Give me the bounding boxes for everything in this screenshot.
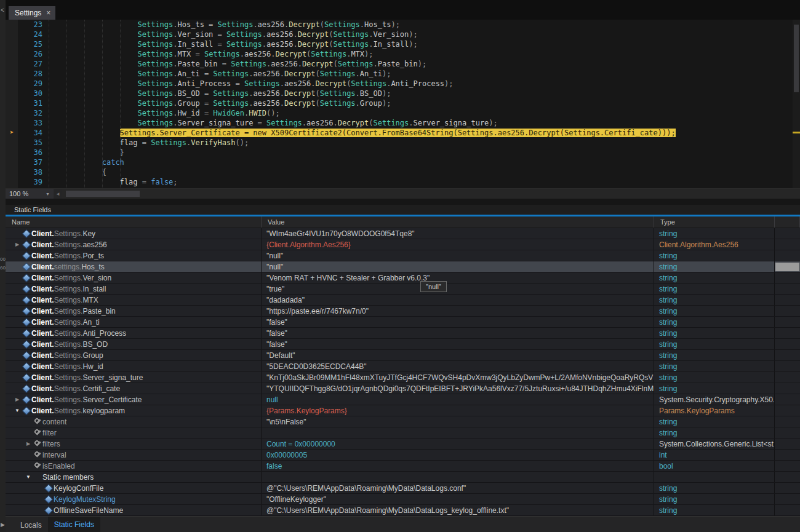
breakpoint-gutter[interactable] [6, 177, 18, 187]
table-row[interactable]: KeylogConfFile@"C:\Users\REM\AppData\Roa… [6, 483, 800, 494]
collapse-chevron-icon[interactable]: < [1, 7, 4, 14]
grid-scrollbar-column[interactable] [775, 339, 800, 349]
grid-scrollbar-column[interactable] [775, 461, 800, 471]
value-cell[interactable]: {Params.KeylogParams} [262, 405, 654, 416]
grid-scrollbar-column[interactable] [775, 306, 800, 316]
table-row[interactable]: ▶filtersCount = 0x00000000System.Collect… [6, 439, 800, 450]
grid-scrollbar-column[interactable] [775, 284, 800, 294]
grid-scrollbar-column[interactable] [775, 295, 800, 305]
grid-scrollbar-column[interactable] [775, 261, 800, 272]
value-cell[interactable]: "https://paste.ee/r/7467kw7n/0" [262, 306, 654, 316]
grid-scrollbar-column[interactable] [775, 317, 800, 327]
code-line[interactable]: 37 catch [6, 157, 800, 167]
grid-scrollbar-column[interactable] [775, 361, 800, 371]
value-cell[interactable]: false [262, 461, 654, 471]
code-line[interactable]: 30 Settings.BS_OD = Settings.aes256.Decr… [6, 89, 800, 98]
table-row[interactable]: Client.Settings.Server_signa_ture"KnTj00… [6, 372, 800, 383]
breakpoint-gutter[interactable] [6, 167, 18, 177]
value-cell[interactable]: "null" [262, 250, 654, 261]
breakpoint-gutter[interactable] [6, 79, 18, 89]
tab-close-icon[interactable]: × [46, 9, 50, 17]
table-row[interactable]: interval0x00000005int [6, 450, 800, 461]
scrollbar-thumb[interactable] [66, 191, 140, 197]
chevron-down-icon[interactable]: ▼ [46, 192, 50, 196]
value-cell[interactable] [262, 427, 654, 438]
code-line[interactable]: 39 flag = false; [6, 177, 800, 187]
grid-scrollbar-thumb[interactable] [775, 263, 799, 271]
table-row[interactable]: ▼Static members [6, 472, 800, 483]
value-cell[interactable]: "false" [262, 317, 654, 327]
value-cell[interactable]: "\n5\nFalse" [262, 416, 654, 427]
table-row[interactable]: Client.settings.Hos_ts"null"string [6, 261, 800, 272]
breakpoint-gutter[interactable] [6, 98, 18, 108]
value-cell[interactable]: null [262, 394, 654, 405]
breakpoint-gutter[interactable] [6, 187, 18, 188]
value-cell[interactable]: "null" [262, 261, 654, 272]
breakpoint-gutter[interactable] [6, 49, 18, 59]
grid-scrollbar-column[interactable] [775, 394, 800, 405]
value-cell[interactable]: "Default" [262, 350, 654, 360]
grid-scrollbar-column[interactable] [775, 272, 800, 283]
table-row[interactable]: content"\n5\nFalse"string [6, 416, 800, 427]
scrollbar-thumb[interactable] [794, 25, 799, 92]
table-row[interactable]: isEnabledfalsebool [6, 461, 800, 472]
code-line[interactable]: 24 Settings.Ver_sion = Settings.aes256.D… [6, 30, 800, 39]
grid-scrollbar-column[interactable] [775, 328, 800, 338]
table-row[interactable]: Client.Settings.In_stall"true"string [6, 284, 800, 295]
table-row[interactable]: Client.Settings.Ver_sion"Venom RAT + HVN… [6, 272, 800, 284]
grid-scrollbar-column[interactable] [775, 239, 800, 250]
table-row[interactable]: Client.Settings.MTX"dadadada"string [6, 295, 800, 306]
table-row[interactable]: ▶Client.Settings.Server_CertificatenullS… [6, 394, 800, 405]
grid-scrollbar-column[interactable] [775, 405, 800, 416]
bottom-expand-arrow-icon[interactable]: ▶ [1, 522, 5, 528]
value-cell[interactable]: "dadadada" [262, 295, 654, 305]
pane-splitter[interactable] [6, 199, 800, 205]
expander-icon[interactable]: ▼ [13, 408, 22, 413]
code-line[interactable]: 29 Settings.Anti_Process = Settings.aes2… [6, 79, 800, 89]
code-line[interactable]: 31 Settings.Group = Settings.aes256.Decr… [6, 98, 800, 108]
grid-scrollbar-column[interactable] [775, 228, 800, 239]
expander-icon[interactable]: ▶ [24, 441, 33, 447]
value-cell[interactable]: "false" [262, 328, 654, 338]
table-row[interactable]: ▼Client.Settings.keylogparam{Params.Keyl… [6, 405, 800, 416]
table-row[interactable]: Client.Settings.BS_OD"false"string [6, 339, 800, 350]
table-row[interactable]: Client.Settings.Certifi_cate"YTQUIIDQFTh… [6, 383, 800, 394]
grid-scrollbar-column[interactable] [775, 372, 800, 383]
table-row[interactable]: Client.Settings.Paste_bin"https://paste.… [6, 306, 800, 317]
breakpoint-gutter[interactable] [6, 39, 18, 49]
editor-vertical-scrollbar[interactable] [793, 20, 800, 188]
expander-icon[interactable]: ▶ [13, 242, 22, 247]
grid-scrollbar-column[interactable] [775, 350, 800, 360]
grid-scrollbar-column[interactable] [775, 483, 800, 493]
breakpoint-gutter[interactable] [6, 89, 18, 98]
breakpoint-gutter[interactable] [6, 20, 18, 30]
tab-locals[interactable]: Locals [14, 517, 48, 532]
breakpoint-gutter[interactable] [6, 69, 18, 79]
grid-scrollbar-column[interactable] [775, 450, 800, 460]
breakpoint-gutter[interactable] [6, 108, 18, 118]
breakpoint-gutter[interactable] [6, 148, 18, 157]
value-cell[interactable]: 0x00000005 [262, 450, 654, 460]
code-line[interactable]: 35 flag = Settings.VerifyHash(); [6, 138, 800, 148]
code-line[interactable]: ➤34 Settings.Server_Certificate = new X5… [6, 128, 800, 138]
value-cell[interactable] [262, 472, 654, 482]
code-line[interactable]: 38 { [6, 167, 800, 177]
table-row[interactable]: Client.Settings.Anti_Process"false"strin… [6, 328, 800, 339]
code-line[interactable]: 36 } [6, 148, 800, 157]
current-statement-arrow-icon[interactable]: ➤ [6, 128, 18, 138]
table-row[interactable]: KeylogMutexString"OfflineKeylogger"strin… [6, 494, 800, 505]
zoom-control[interactable]: 100 % ▼ [6, 189, 54, 199]
table-row[interactable]: Client.Settings.Hw_id"5DEACD0D3625ECDCA4… [6, 361, 800, 372]
value-cell[interactable]: @"C:\Users\REM\AppData\Roaming\MyData\Da… [262, 483, 654, 493]
value-cell[interactable]: "KnTj00aSkJBr09MM1hFI48xmXTuyJTfGcj4HCF7… [262, 372, 654, 383]
table-row[interactable]: ▶Client.Settings.aes256{Client.Algorithm… [6, 239, 800, 250]
code-line[interactable]: 28 Settings.An_ti = Settings.aes256.Decr… [6, 69, 800, 79]
breakpoint-gutter[interactable] [6, 138, 18, 148]
code-line[interactable]: 27 Settings.Paste_bin = Settings.aes256.… [6, 59, 800, 69]
table-row[interactable]: Client.Settings.Key"WIm4aeGr4IVU1n70yO8W… [6, 228, 800, 239]
breakpoint-gutter[interactable] [6, 157, 18, 167]
grid-scrollbar-column[interactable] [775, 416, 800, 427]
table-row[interactable]: OfflineSaveFileName@"C:\Users\REM\AppDat… [6, 505, 800, 516]
value-cell[interactable]: Count = 0x00000000 [262, 439, 654, 449]
code-line[interactable]: 33 Settings.Server_signa_ture = Settings… [6, 118, 800, 128]
